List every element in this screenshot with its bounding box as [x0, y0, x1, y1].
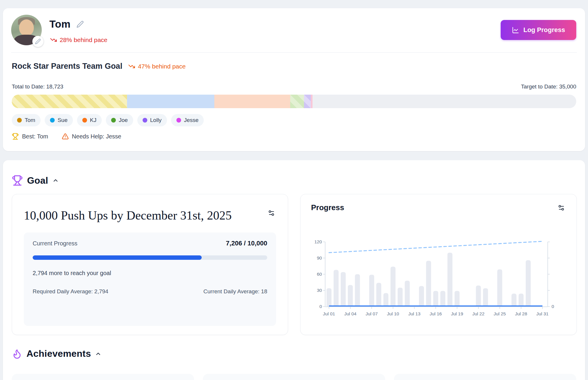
team-bar-segment-tom: [12, 95, 127, 108]
svg-text:Jul 19: Jul 19: [451, 311, 463, 316]
header-divider: [11, 52, 577, 53]
achievements-section-title: Achievements: [26, 348, 91, 359]
flame-icon: [12, 349, 22, 359]
goal-progress-track: [33, 255, 267, 260]
svg-text:90: 90: [317, 255, 322, 260]
log-progress-label: Log Progress: [523, 26, 565, 34]
goal-title: 10,000 Push Ups by December 31st, 2025: [24, 208, 232, 222]
member-name: Lolly: [150, 117, 162, 123]
svg-text:120: 120: [314, 239, 322, 244]
member-name: Jesse: [184, 117, 199, 123]
personal-pace-text: 28% behind pace: [60, 36, 107, 43]
team-progress-bar: [12, 95, 576, 108]
remaining-text: 2,794 more to reach your goal: [33, 270, 267, 277]
team-bar-segment-jesse: [311, 95, 313, 108]
chevron-up-icon[interactable]: [52, 177, 59, 184]
achievement-card-placeholder: [12, 374, 194, 380]
member-name: Tom: [25, 117, 35, 123]
sliders-icon: [558, 204, 565, 211]
svg-text:Jul 16: Jul 16: [430, 311, 442, 316]
legend-chip-sue: Sue: [45, 114, 73, 126]
progress-chart-card: Progress 0306090120Jul 01Jul 04Jul 07Jul…: [300, 194, 577, 335]
svg-text:0: 0: [552, 304, 554, 309]
trending-down-icon: [50, 36, 57, 43]
svg-text:Jul 13: Jul 13: [408, 311, 420, 316]
member-color-dot: [143, 118, 147, 123]
current-daily-average: Current Daily Average: 18: [203, 288, 267, 295]
progress-card-title: Progress: [311, 203, 344, 212]
team-pace-text: 47% behind pace: [138, 63, 186, 70]
needs-help-member: Needs Help: Jesse: [62, 133, 121, 140]
member-name: Joe: [119, 117, 128, 123]
team-members-legend: TomSueKJJoeLollyJesse: [12, 114, 204, 126]
svg-text:Jul 22: Jul 22: [472, 311, 485, 316]
progress-chart: 0306090120Jul 01Jul 04Jul 07Jul 10Jul 13…: [309, 230, 568, 318]
goal-options-button[interactable]: [267, 208, 276, 218]
trophy-icon: [12, 133, 19, 140]
chevron-up-icon[interactable]: [95, 351, 101, 357]
current-progress-label: Current Progress: [33, 240, 77, 247]
member-color-dot: [50, 118, 55, 123]
team-goal-title: Rock Star Parents Team Goal: [12, 62, 122, 71]
team-pace-status: 47% behind pace: [128, 63, 186, 70]
sliders-icon: [268, 210, 275, 217]
best-member: Best: Tom: [12, 133, 48, 140]
goal-section-title: Goal: [27, 175, 48, 186]
svg-text:Jul 10: Jul 10: [387, 311, 399, 316]
team-bar-segment-lolly: [304, 95, 311, 108]
member-name: KJ: [90, 117, 96, 123]
member-color-dot: [176, 118, 181, 123]
svg-text:60: 60: [317, 272, 322, 277]
goal-detail-card: 10,000 Push Ups by December 31st, 2025 C…: [12, 194, 288, 335]
svg-text:Jul 25: Jul 25: [494, 311, 506, 316]
legend-chip-jesse: Jesse: [171, 114, 204, 126]
log-progress-button[interactable]: Log Progress: [501, 20, 576, 40]
achievement-card-placeholder: [394, 374, 576, 380]
pencil-icon: [35, 38, 41, 44]
needs-help-label: Needs Help: Jesse: [72, 133, 121, 140]
trophy-icon: [12, 175, 23, 186]
legend-chip-tom: Tom: [12, 114, 41, 126]
alert-triangle-icon: [62, 133, 69, 140]
avatar-face: [19, 19, 34, 36]
team-bar-segment-kj: [214, 95, 290, 108]
goal-dashboard-card: Goal 10,000 Push Ups by December 31st, 2…: [3, 160, 585, 380]
svg-text:Jul 31: Jul 31: [536, 311, 548, 316]
svg-text:30: 30: [317, 288, 322, 293]
svg-text:Jul 07: Jul 07: [366, 311, 378, 316]
personal-pace-status: 28% behind pace: [50, 36, 107, 43]
team-bar-segment-joe: [290, 95, 304, 108]
legend-chip-joe: Joe: [106, 114, 133, 126]
edit-name-button[interactable]: [76, 21, 84, 28]
avatar-edit-button[interactable]: [32, 36, 44, 47]
svg-text:Jul 01: Jul 01: [323, 311, 335, 316]
achievement-card-placeholder: [203, 374, 385, 380]
svg-text:Jul 04: Jul 04: [344, 311, 357, 316]
progress-options-button[interactable]: [557, 203, 566, 212]
team-bar-segment-sue: [127, 95, 215, 108]
legend-chip-lolly: Lolly: [137, 114, 167, 126]
trending-down-icon: [128, 63, 135, 70]
svg-text:0: 0: [319, 304, 322, 309]
chart-line-icon: [512, 26, 519, 34]
required-daily-average: Required Daily Average: 2,794: [33, 288, 108, 295]
best-member-label: Best: Tom: [22, 133, 48, 140]
total-to-date: Total to Date: 18,723: [12, 83, 63, 90]
target-to-date: Target to Date: 35,000: [521, 83, 576, 90]
profile-team-card: Tom 28% behind pace Log Progress Rock St…: [3, 8, 585, 151]
member-color-dot: [17, 118, 22, 123]
member-name: Sue: [58, 117, 68, 123]
svg-text:Jul 28: Jul 28: [515, 311, 527, 316]
person-name: Tom: [49, 18, 71, 30]
current-progress-value: 7,206 / 10,000: [226, 240, 267, 247]
member-color-dot: [82, 118, 87, 123]
legend-chip-kj: KJ: [77, 114, 102, 126]
goal-stats-box: Current Progress 7,206 / 10,000 2,794 mo…: [24, 232, 276, 326]
member-color-dot: [111, 118, 116, 123]
goal-progress-fill: [33, 255, 202, 260]
